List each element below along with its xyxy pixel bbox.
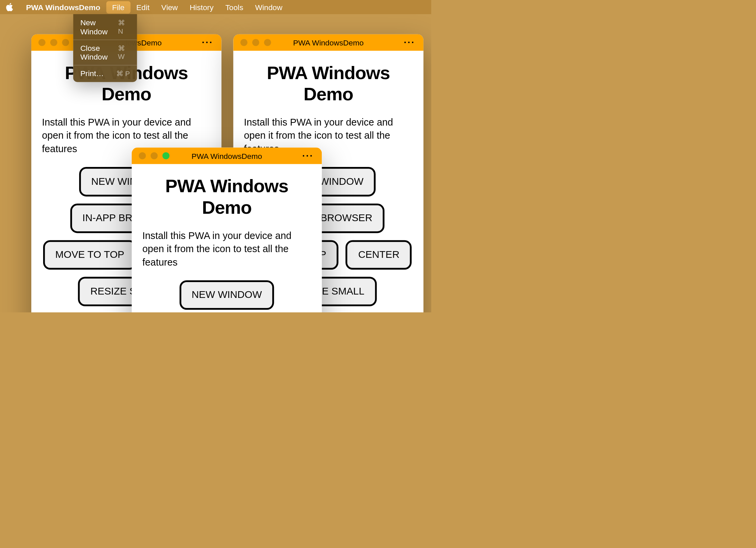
menubar-item-edit[interactable]: Edit xyxy=(130,1,155,13)
menu-item-label: Print… xyxy=(80,69,104,78)
close-icon[interactable] xyxy=(139,152,146,159)
page-heading: PWA Windows Demo xyxy=(142,176,311,218)
file-menu-dropdown: New Window ⌘ N Close Window ⌘ W Print… ⌘… xyxy=(73,14,137,82)
traffic-lights xyxy=(240,39,271,46)
zoom-icon[interactable] xyxy=(162,152,169,159)
traffic-lights xyxy=(139,152,169,159)
menu-separator xyxy=(73,65,137,66)
page-heading: PWA Windows Demo xyxy=(244,63,413,105)
menubar-item-view[interactable]: View xyxy=(155,1,184,13)
menu-item-shortcut: ⌘ N xyxy=(118,19,130,35)
close-icon[interactable] xyxy=(38,39,45,46)
zoom-icon[interactable] xyxy=(62,39,69,46)
titlebar[interactable]: PWA WindowsDemo ··· xyxy=(132,147,322,164)
minimize-icon[interactable] xyxy=(50,39,57,46)
menubar-item-window[interactable]: Window xyxy=(249,1,288,13)
menubar-item-history[interactable]: History xyxy=(184,1,219,13)
button-grid: NEW WINDOW IN-APP BROWSER MOVE TO TOP CE… xyxy=(142,280,311,312)
zoom-icon[interactable] xyxy=(264,39,271,46)
menu-item-label: Close Window xyxy=(80,44,118,62)
titlebar[interactable]: PWA WindowsDemo ··· xyxy=(233,34,423,51)
center-button[interactable]: CENTER xyxy=(346,240,412,270)
app-window-3[interactable]: PWA WindowsDemo ··· PWA Windows Demo Ins… xyxy=(132,147,322,312)
new-window-button[interactable]: NEW WINDOW xyxy=(179,280,274,310)
page-description: Install this PWA in your device and open… xyxy=(142,229,311,268)
menu-item-shortcut: ⌘ P xyxy=(116,69,130,78)
window-menu-icon[interactable]: ··· xyxy=(302,150,314,161)
minimize-icon[interactable] xyxy=(252,39,259,46)
menu-item-print[interactable]: Print… ⌘ P xyxy=(73,67,137,80)
menubar-item-file[interactable]: File xyxy=(106,1,130,13)
menu-item-shortcut: ⌘ W xyxy=(118,44,130,61)
menu-item-close-window[interactable]: Close Window ⌘ W xyxy=(73,42,137,63)
traffic-lights xyxy=(38,39,69,46)
menubar-app-name[interactable]: PWA WindowsDemo xyxy=(20,1,106,13)
menu-item-new-window[interactable]: New Window ⌘ N xyxy=(73,16,137,38)
move-to-top-button[interactable]: MOVE TO TOP xyxy=(43,240,136,270)
close-icon[interactable] xyxy=(240,39,247,46)
minimize-icon[interactable] xyxy=(151,152,158,159)
window-menu-icon[interactable]: ··· xyxy=(404,37,415,48)
menu-item-label: New Window xyxy=(80,18,118,36)
window-body: PWA Windows Demo Install this PWA in you… xyxy=(132,164,322,312)
menubar: PWA WindowsDemo File Edit View History T… xyxy=(0,0,431,14)
menubar-item-tools[interactable]: Tools xyxy=(219,1,249,13)
window-menu-icon[interactable]: ··· xyxy=(202,37,213,48)
menu-separator xyxy=(73,39,137,40)
apple-logo-icon[interactable] xyxy=(5,2,14,12)
